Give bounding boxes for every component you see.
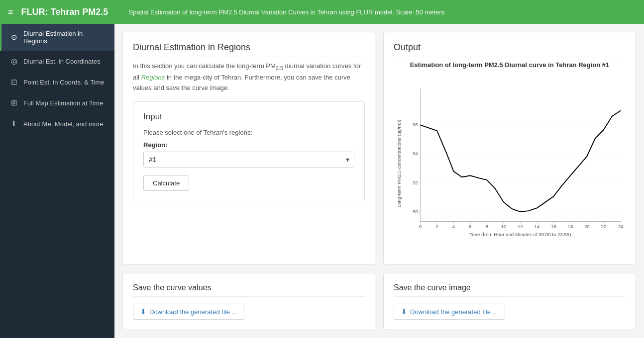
sidebar-icon-about: ℹ <box>9 119 18 128</box>
region-select[interactable]: #1 #2 #3 #4 #5 <box>143 152 354 168</box>
svg-text:22: 22 <box>601 224 607 229</box>
sidebar-label-about: About Me, Model, and more <box>23 120 103 128</box>
download-values-button[interactable]: ⬇ Download the generated file ... <box>133 304 244 320</box>
pm25-curve <box>420 110 621 212</box>
app-brand: FLUR: Tehran PM2.5 <box>21 7 121 17</box>
save-image-title: Save the curve image <box>394 283 626 297</box>
svg-text:Time (from Hour and Minutes of: Time (from Hour and Minutes of 00:00 to … <box>469 232 571 237</box>
content-area: Diurnal Estimation in Regions In this se… <box>114 24 644 338</box>
bottom-row: Save the curve values ⬇ Download the gen… <box>122 273 636 330</box>
sidebar-icon-full-map: ⊞ <box>9 98 18 107</box>
description-block: Diurnal Estimation in Regions In this se… <box>133 42 365 93</box>
svg-text:12: 12 <box>518 224 523 229</box>
sidebar-label-diurnal-regions: Diurnal Estimation in Regions <box>23 30 107 45</box>
save-image-panel: Save the curve image ⬇ Download the gene… <box>383 273 636 330</box>
sidebar-label-full-map: Full Map Estimation at Time <box>23 99 103 107</box>
input-label-text: Please select one of Tehran's regions: <box>143 129 354 136</box>
download-image-icon: ⬇ <box>401 308 407 316</box>
sidebar-label-point-est: Point Est. in Coords. & Time <box>23 79 105 86</box>
svg-text:2: 2 <box>435 224 438 229</box>
save-values-title: Save the curve values <box>133 283 365 297</box>
sidebar-item-about[interactable]: ℹ About Me, Model, and more <box>0 113 114 134</box>
download-values-label: Download the generated file ... <box>149 308 237 316</box>
svg-text:4: 4 <box>452 224 455 229</box>
menu-toggle-icon[interactable]: ≡ <box>8 7 13 17</box>
svg-text:14: 14 <box>535 224 540 229</box>
y-axis-label: Long-term PM2.5 concentrations (ug/m3) <box>396 120 402 208</box>
chart-svg: Long-term PM2.5 concentrations (ug/m3) 3… <box>394 73 626 254</box>
chart-title: Estimation of long-term PM2.5 Diurnal cu… <box>394 61 626 69</box>
navbar-subtitle: Spatial Estimation of long-term PM2.5 Di… <box>129 8 445 16</box>
sidebar-item-full-map[interactable]: ⊞ Full Map Estimation at Time <box>0 92 114 113</box>
sidebar-item-point-est[interactable]: ⊡ Point Est. in Coords. & Time <box>0 72 114 92</box>
download-image-button[interactable]: ⬇ Download the generated file ... <box>394 304 505 320</box>
sidebar-item-diurnal-regions[interactable]: ⊙ Diurnal Estimation in Regions <box>0 24 114 51</box>
svg-text:32: 32 <box>413 180 418 185</box>
left-panel: Diurnal Estimation in Regions In this se… <box>122 32 375 265</box>
main-panel-title: Diurnal Estimation in Regions <box>133 42 365 57</box>
svg-text:6: 6 <box>469 224 471 229</box>
output-title: Output <box>394 42 626 57</box>
sidebar: ⊙ Diurnal Estimation in Regions ◎ Diurna… <box>0 24 114 338</box>
sidebar-icon-diurnal-regions: ⊙ <box>9 33 18 42</box>
svg-text:24: 24 <box>618 224 624 229</box>
sidebar-icon-diurnal-coords: ◎ <box>9 57 18 66</box>
svg-text:34: 34 <box>413 151 418 156</box>
svg-text:20: 20 <box>584 224 590 229</box>
input-section: Input Please select one of Tehran's regi… <box>133 101 365 201</box>
sidebar-label-diurnal-coords: Diurnal Est. in Coordinates <box>23 58 101 65</box>
svg-text:16: 16 <box>551 224 556 229</box>
main-layout: ⊙ Diurnal Estimation in Regions ◎ Diurna… <box>0 24 644 338</box>
top-row: Diurnal Estimation in Regions In this se… <box>122 32 636 265</box>
region-field-label: Region: <box>143 141 354 149</box>
chart-container: Long-term PM2.5 concentrations (ug/m3) 3… <box>394 73 626 254</box>
download-values-icon: ⬇ <box>140 308 146 316</box>
input-title: Input <box>143 112 354 122</box>
navbar: ≡ FLUR: Tehran PM2.5 Spatial Estimation … <box>0 0 644 24</box>
svg-text:36: 36 <box>413 122 418 127</box>
description-text: In this section you can calculate the lo… <box>133 61 365 93</box>
svg-text:0: 0 <box>419 224 422 229</box>
download-image-label: Download the generated file ... <box>410 308 498 316</box>
svg-text:10: 10 <box>501 224 507 229</box>
save-values-panel: Save the curve values ⬇ Download the gen… <box>122 273 375 330</box>
svg-text:8: 8 <box>486 224 488 229</box>
calculate-button[interactable]: Calculate <box>143 175 189 191</box>
sidebar-item-diurnal-coords[interactable]: ◎ Diurnal Est. in Coordinates <box>0 51 114 72</box>
right-panel: Output Estimation of long-term PM2.5 Diu… <box>383 32 636 265</box>
svg-text:30: 30 <box>413 209 418 214</box>
svg-text:18: 18 <box>568 224 573 229</box>
sidebar-icon-point-est: ⊡ <box>9 78 18 86</box>
region-select-wrapper: #1 #2 #3 #4 #5 ▾ <box>143 152 354 168</box>
